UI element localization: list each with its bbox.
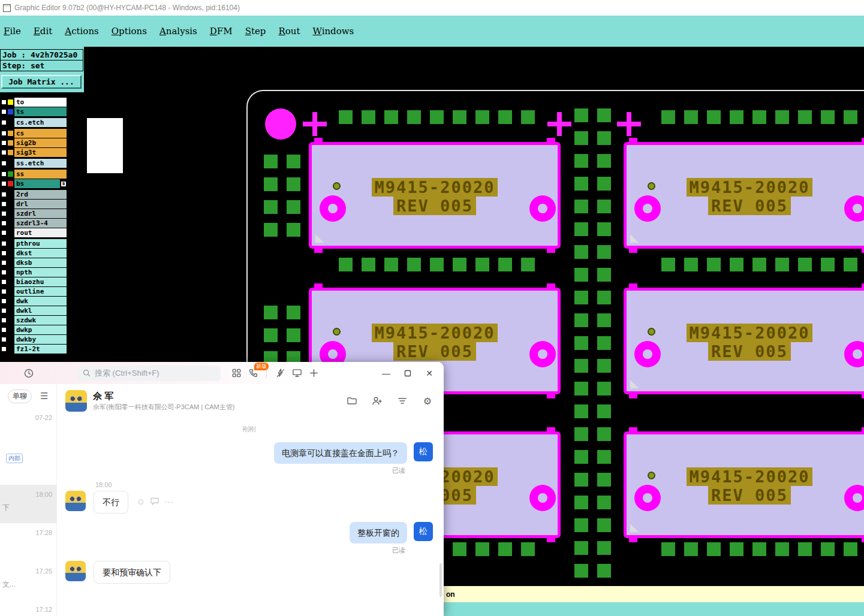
layer-color-swatch[interactable] (8, 161, 13, 166)
layer-checkbox[interactable] (1, 211, 7, 216)
pcb-pad[interactable] (264, 200, 278, 214)
pcb-pad[interactable] (597, 154, 611, 168)
pcb-pad[interactable] (844, 110, 857, 124)
history-icon[interactable] (20, 365, 37, 382)
menu-analysis[interactable]: Analysis (159, 26, 197, 37)
conversation-item[interactable]: 07-22 (0, 408, 56, 446)
layer-checkbox[interactable] (1, 230, 7, 235)
layer-checkbox[interactable] (1, 221, 7, 226)
pcb-pad[interactable] (597, 336, 611, 350)
layer-row-szdrl[interactable]: szdrl (1, 209, 67, 218)
layer-row-szdwk[interactable]: szdwk (1, 316, 67, 325)
pcb-pad[interactable] (574, 518, 588, 532)
pcb-pad[interactable] (730, 110, 743, 124)
pcb-pad[interactable] (684, 542, 698, 556)
layer-color-swatch[interactable] (8, 289, 13, 294)
pcb-pad[interactable] (574, 382, 588, 395)
layer-color-swatch[interactable] (8, 250, 13, 256)
layer-color-swatch[interactable] (8, 270, 13, 275)
layer-checkbox[interactable] (1, 308, 7, 313)
pcb-pad[interactable] (521, 258, 535, 271)
conversation-item[interactable]: 17:12 (0, 600, 56, 616)
pcb-pad[interactable] (574, 108, 588, 122)
layer-checkbox[interactable] (1, 120, 7, 125)
layer-row-cs.etch[interactable]: cs.etch (1, 118, 67, 127)
pcb-pad[interactable] (475, 258, 489, 271)
quote-reply-icon[interactable] (150, 496, 159, 506)
pcb-pad[interactable] (775, 258, 789, 271)
layer-row-rout[interactable]: rout (1, 228, 67, 237)
layer-color-swatch[interactable] (8, 308, 13, 313)
pcb-pad[interactable] (264, 306, 278, 319)
layer-color-swatch[interactable] (8, 201, 13, 207)
screen-share-icon[interactable] (288, 365, 305, 382)
layer-checkbox[interactable] (1, 140, 7, 146)
pcb-pad[interactable] (597, 131, 611, 145)
pcb-pad[interactable] (597, 427, 611, 441)
pcb-pad[interactable] (597, 245, 611, 259)
layer-color-swatch[interactable] (8, 181, 13, 186)
pcb-pad[interactable] (597, 177, 611, 191)
pcb-panel-6[interactable]: M9415-20020REV 005 (624, 431, 864, 538)
layer-row-biaozhu[interactable]: biaozhu (1, 277, 67, 286)
layer-color-swatch[interactable] (8, 318, 13, 323)
own-avatar[interactable]: 松 (414, 442, 433, 461)
contact-avatar[interactable] (65, 491, 86, 511)
minimize-button[interactable]: — (375, 365, 397, 382)
pcb-pad[interactable] (597, 564, 611, 578)
layer-color-swatch[interactable] (8, 241, 13, 246)
layer-row-cs[interactable]: cs (1, 129, 67, 138)
pcb-pad[interactable] (287, 223, 300, 237)
layer-checkbox[interactable] (1, 171, 7, 177)
pcb-pad[interactable] (597, 200, 611, 213)
pcb-pad[interactable] (574, 473, 588, 487)
pcb-pad[interactable] (844, 258, 857, 271)
message-bubble-in[interactable]: 不行 (94, 491, 128, 514)
pcb-pad[interactable] (752, 110, 766, 124)
pcb-pad[interactable] (498, 258, 512, 271)
pcb-pad[interactable] (707, 542, 721, 556)
phone-icon[interactable]: 新版 (245, 365, 261, 382)
chat-title-bar[interactable]: 搜索 (Ctrl+Shift+F) 新版 — (0, 362, 444, 384)
layer-row-bs[interactable]: bsB (1, 179, 67, 188)
pcb-pad[interactable] (597, 450, 611, 464)
pcb-pad[interactable] (798, 542, 812, 556)
pcb-pad[interactable] (661, 110, 675, 124)
pcb-pad[interactable] (407, 258, 421, 271)
pcb-pad[interactable] (597, 404, 611, 418)
fiducial-circle[interactable] (265, 108, 296, 140)
pcb-pad[interactable] (521, 110, 535, 124)
pcb-pad[interactable] (453, 110, 466, 124)
pcb-pad[interactable] (730, 542, 743, 556)
layer-row-fz1-2t[interactable]: fz1-2t (1, 345, 67, 354)
pcb-pad[interactable] (574, 131, 588, 145)
layer-row-outline[interactable]: outline (1, 287, 67, 296)
layer-row-ss.etch[interactable]: ss.etch (1, 159, 67, 168)
pcb-pad[interactable] (574, 427, 588, 441)
menu-dfm[interactable]: DFM (210, 26, 233, 37)
layer-checkbox[interactable] (1, 192, 7, 197)
pcb-pad[interactable] (574, 222, 588, 236)
layer-color-swatch[interactable] (8, 337, 13, 342)
folder-icon[interactable] (345, 394, 359, 407)
pcb-pad[interactable] (661, 542, 675, 556)
pcb-pad[interactable] (597, 108, 611, 122)
pcb-pad[interactable] (574, 564, 588, 578)
menu-rout[interactable]: Rout (278, 26, 300, 37)
pcb-pad[interactable] (574, 177, 588, 191)
layer-checkbox[interactable] (1, 327, 7, 333)
layer-color-swatch[interactable] (8, 230, 13, 235)
pcb-pad[interactable] (475, 110, 489, 124)
contact-avatar[interactable] (65, 390, 87, 412)
pcb-pad[interactable] (430, 110, 444, 124)
layer-color-swatch[interactable] (8, 260, 13, 265)
pcb-pad[interactable] (475, 542, 489, 556)
layer-checkbox[interactable] (1, 161, 7, 166)
registration-cross[interactable] (617, 112, 641, 136)
pcb-pad[interactable] (597, 496, 611, 509)
add-icon[interactable] (305, 365, 322, 382)
layer-checkbox[interactable] (1, 318, 7, 323)
layer-checkbox[interactable] (1, 241, 7, 246)
pcb-pad[interactable] (574, 496, 588, 509)
close-button[interactable]: ✕ (419, 365, 440, 382)
